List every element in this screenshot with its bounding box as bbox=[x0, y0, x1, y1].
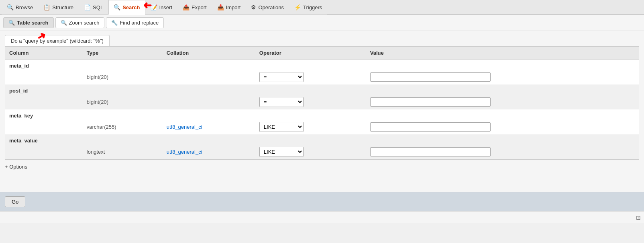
tab-import-label: Import bbox=[226, 4, 241, 10]
subtab-table-search[interactable]: 🔍 Table search bbox=[3, 17, 54, 28]
subtab-table-search-label: Table search bbox=[17, 20, 49, 26]
search-table: Column Type Collation Operator Value met… bbox=[5, 47, 639, 159]
table-header-row: Column Type Collation Operator Value bbox=[5, 47, 639, 60]
triggers-icon: ⚡ bbox=[294, 4, 301, 10]
table-row: meta_value bbox=[5, 134, 639, 144]
field-operator-cell-post_id: =!=<><=>=LIKENOT LIKEINNOT INBETWEENIS N… bbox=[255, 95, 366, 109]
field-name-post_id: post_id bbox=[5, 84, 83, 95]
tab-export-label: Export bbox=[192, 4, 207, 10]
operator-select-post_id[interactable]: =!=<><=>=LIKENOT LIKEINNOT INBETWEENIS N… bbox=[259, 97, 304, 107]
field-collation-post_id bbox=[163, 95, 255, 109]
tab-import[interactable]: 📥 Import bbox=[212, 0, 246, 14]
value-input-post_id[interactable] bbox=[370, 97, 491, 107]
go-area: Go bbox=[0, 192, 644, 211]
table-search-icon: 🔍 bbox=[8, 20, 15, 26]
field-collation-meta_id bbox=[163, 70, 255, 84]
operator-select-meta_value[interactable]: =!=<><=>=LIKENOT LIKEINNOT INBETWEENIS N… bbox=[259, 147, 304, 157]
col-header-operator: Operator bbox=[255, 47, 366, 60]
main-content: Do a "query by example" (wildcard: "%") … bbox=[0, 31, 644, 192]
field-operator-cell-meta_value: =!=<><=>=LIKENOT LIKEINNOT INBETWEENIS N… bbox=[255, 144, 366, 159]
tab-operations-label: Operations bbox=[258, 4, 284, 10]
field-operator-cell-meta_key: =!=<><=>=LIKENOT LIKEINNOT INBETWEENIS N… bbox=[255, 119, 366, 134]
col-header-collation: Collation bbox=[163, 47, 255, 60]
field-name-meta_value: meta_value bbox=[5, 134, 83, 144]
tab-operations[interactable]: ⚙ Operations bbox=[246, 0, 289, 14]
field-collation-meta_value: utf8_general_ci bbox=[163, 144, 255, 159]
insert-icon: 📝 bbox=[151, 4, 157, 10]
zoom-search-icon: 🔍 bbox=[61, 20, 67, 26]
field-type-meta_id: bigint(20) bbox=[83, 70, 163, 84]
col-header-value: Value bbox=[366, 47, 639, 60]
field-type-meta_value: longtext bbox=[83, 144, 163, 159]
qbe-label: Do a "query by example" (wildcard: "%") bbox=[5, 35, 110, 46]
table-row: meta_id bbox=[5, 60, 639, 70]
sub-nav: 🔍 Table search 🔍 Zoom search 🔧 Find and … bbox=[0, 15, 644, 31]
operator-select-meta_key[interactable]: =!=<><=>=LIKENOT LIKEINNOT INBETWEENIS N… bbox=[259, 122, 304, 132]
browse-icon: 🔍 bbox=[7, 4, 14, 10]
tab-sql[interactable]: 📄 SQL bbox=[79, 0, 108, 14]
tab-structure-label: Structure bbox=[52, 4, 73, 10]
field-collation-meta_key: utf8_general_ci bbox=[163, 119, 255, 134]
value-input-meta_id[interactable] bbox=[370, 72, 491, 82]
search-icon: 🔍 bbox=[114, 4, 120, 10]
tab-search[interactable]: 🔍 Search bbox=[108, 0, 145, 15]
tab-browse-label: Browse bbox=[16, 4, 33, 10]
tab-browse[interactable]: 🔍 Browse bbox=[2, 0, 38, 14]
table-row-detail: varchar(255)utf8_general_ci=!=<><=>=LIKE… bbox=[5, 119, 639, 134]
go-button[interactable]: Go bbox=[5, 196, 25, 207]
table-row-detail: bigint(20)=!=<><=>=LIKENOT LIKEINNOT INB… bbox=[5, 70, 639, 84]
field-operator-cell-meta_id: =!=<><=>=LIKENOT LIKEINNOT INBETWEENIS N… bbox=[255, 70, 366, 84]
tab-insert-label: Insert bbox=[159, 4, 173, 10]
field-type-post_id: bigint(20) bbox=[83, 95, 163, 109]
field-value-cell-meta_id bbox=[366, 70, 639, 84]
tab-triggers-label: Triggers bbox=[303, 4, 322, 10]
table-row-detail: bigint(20)=!=<><=>=LIKENOT LIKEINNOT INB… bbox=[5, 95, 639, 109]
col-header-type: Type bbox=[83, 47, 163, 60]
table-row-detail: longtextutf8_general_ci=!=<><=>=LIKENOT … bbox=[5, 144, 639, 159]
operations-icon: ⚙ bbox=[251, 4, 256, 10]
tab-sql-label: SQL bbox=[93, 4, 103, 10]
find-replace-icon: 🔧 bbox=[111, 20, 118, 26]
import-icon: 📥 bbox=[217, 4, 224, 10]
subtab-find-replace[interactable]: 🔧 Find and replace bbox=[106, 17, 164, 28]
field-name-meta_id: meta_id bbox=[5, 60, 83, 70]
value-input-meta_key[interactable] bbox=[370, 122, 491, 132]
qbe-label-tab: Do a "query by example" (wildcard: "%") bbox=[5, 35, 639, 46]
table-row: post_id bbox=[5, 84, 639, 95]
options-link[interactable]: + Options bbox=[5, 164, 27, 170]
tab-triggers[interactable]: ⚡ Triggers bbox=[289, 0, 327, 14]
field-value-cell-post_id bbox=[366, 95, 639, 109]
subtab-find-replace-label: Find and replace bbox=[120, 20, 159, 26]
sql-icon: 📄 bbox=[84, 4, 91, 10]
field-value-cell-meta_value bbox=[366, 144, 639, 159]
export-icon: 📤 bbox=[183, 4, 190, 10]
field-type-meta_key: varchar(255) bbox=[83, 119, 163, 134]
subtab-zoom-search[interactable]: 🔍 Zoom search bbox=[55, 17, 105, 28]
bottom-bar: ⊡ bbox=[0, 211, 644, 223]
operator-select-meta_id[interactable]: =!=<><=>=LIKENOT LIKEINNOT INBETWEENIS N… bbox=[259, 72, 304, 82]
field-name-meta_key: meta_key bbox=[5, 109, 83, 119]
tab-insert[interactable]: 📝 Insert bbox=[145, 0, 178, 14]
field-value-cell-meta_key bbox=[366, 119, 639, 134]
tab-export[interactable]: 📤 Export bbox=[177, 0, 212, 14]
tab-search-label: Search bbox=[122, 4, 140, 10]
search-table-container: Column Type Collation Operator Value met… bbox=[5, 46, 639, 160]
top-nav: 🔍 Browse 📋 Structure 📄 SQL 🔍 Search 📝 In… bbox=[0, 0, 644, 15]
value-input-meta_value[interactable] bbox=[370, 147, 491, 157]
tab-structure[interactable]: 📋 Structure bbox=[38, 0, 79, 14]
structure-icon: 📋 bbox=[43, 4, 50, 10]
resize-icon[interactable]: ⊡ bbox=[636, 214, 641, 221]
table-row: meta_key bbox=[5, 109, 639, 119]
subtab-zoom-search-label: Zoom search bbox=[69, 20, 100, 26]
col-header-column: Column bbox=[5, 47, 83, 60]
